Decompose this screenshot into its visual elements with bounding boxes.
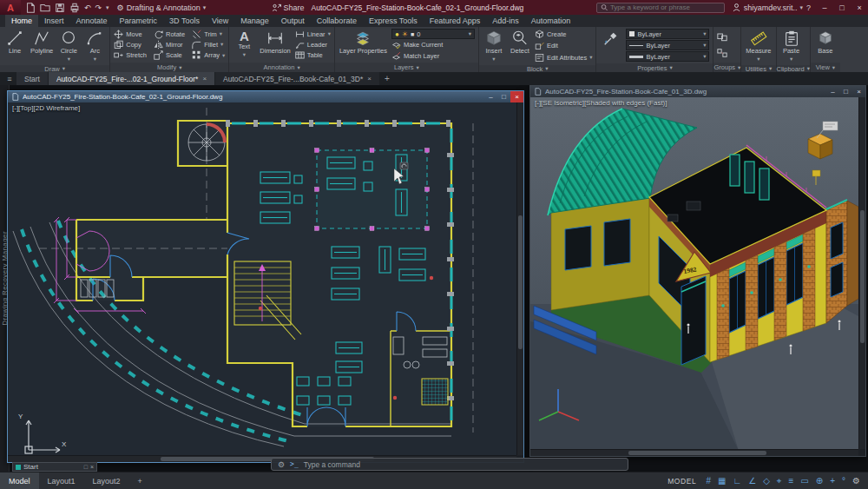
edit-block-button[interactable]: Edit (535, 41, 593, 50)
file-tab-3d[interactable]: AutoCAD-FY25_Fire-...Book-Cafe_01_3D*× (215, 72, 379, 85)
match-properties-button[interactable] (600, 29, 622, 62)
layout-tab-layout2[interactable]: Layout2 (84, 472, 129, 489)
edit-attributes-dropdown-icon[interactable]: ▾ (589, 54, 592, 61)
layers-panel-footer[interactable]: Layers▾ (335, 63, 478, 72)
paste-dropdown-icon[interactable]: ▾ (790, 56, 792, 63)
ribbon-tab-collaborate[interactable]: Collaborate (311, 15, 363, 27)
array-dropdown-icon[interactable]: ▾ (222, 52, 225, 59)
move-button[interactable]: Move (114, 30, 147, 39)
lineweight-icon[interactable]: ≡ (789, 476, 794, 486)
customization-icon[interactable]: ⚙ (852, 476, 860, 486)
search-input[interactable] (610, 3, 720, 11)
linear-dropdown-icon[interactable]: ▾ (328, 30, 331, 37)
redo-icon[interactable]: ↷ (95, 3, 102, 12)
brick-pillar[interactable] (803, 228, 815, 331)
dynamic-input-icon[interactable]: + (830, 476, 835, 486)
close-tab-icon[interactable]: × (202, 75, 207, 83)
ribbon-tab-parametric[interactable]: Parametric (114, 15, 164, 27)
ungroup-button[interactable] (717, 48, 727, 58)
lineweight-dropdown[interactable]: ByLayer▾ (626, 51, 709, 62)
paste-button[interactable]: Paste ▾ (780, 29, 803, 63)
brick-pillar[interactable] (774, 241, 786, 340)
window-minimize-button[interactable]: – (484, 91, 497, 102)
layout-tab-model[interactable]: Model (0, 472, 39, 489)
circle-button[interactable]: Circle ▾ (57, 29, 80, 63)
ribbon-tab-add-ins[interactable]: Add-ins (486, 15, 525, 27)
corner-tower[interactable] (826, 201, 847, 323)
utilities-panel-footer[interactable]: Utilities▾ (741, 65, 775, 72)
window-maximize-button[interactable]: □ (497, 91, 510, 102)
viewport-controls[interactable]: [-][SE Isometric][Shaded with edges (Fas… (535, 99, 667, 107)
wing-window[interactable] (565, 226, 591, 270)
detect-button[interactable]: Detect (509, 29, 531, 63)
properties-panel-footer[interactable]: Properties▾ (596, 63, 713, 72)
window-maximize-button[interactable]: □ (839, 86, 852, 97)
open-folder-icon[interactable] (40, 3, 50, 13)
workspace-switcher[interactable]: ⚙ Drafting & Annotation ▾ (117, 3, 207, 12)
object-color-dropdown[interactable]: ByLayer▾ (626, 29, 709, 39)
ribbon-tab-view[interactable]: View (206, 15, 234, 27)
command-line[interactable]: ⚙ >_ Type a command (271, 458, 628, 471)
linetype-dropdown[interactable]: ByLayer▾ (626, 40, 709, 50)
groups-panel-footer[interactable]: Groups▾ (713, 63, 740, 72)
viewport-controls[interactable]: [-][Top][2D Wireframe] (12, 104, 80, 112)
clipboard-panel-footer[interactable]: Clipboard▾ (777, 65, 810, 72)
polyline-button[interactable]: Polyline (30, 29, 54, 63)
mirror-button[interactable]: Mirror (154, 40, 185, 50)
brick-pillar[interactable] (717, 268, 729, 360)
app-close-button[interactable]: × (851, 0, 868, 15)
file-tab-start[interactable]: Start (16, 72, 48, 85)
window-ground-floor[interactable]: AutoCAD-FY25_Fire-Station-Book-Cafe_02-1… (7, 90, 524, 463)
new-layout-button[interactable]: + (129, 472, 151, 489)
model-3d-canvas[interactable]: 1982 (530, 97, 858, 451)
match-layer-button[interactable]: Match Layer (391, 51, 475, 61)
annotation-panel-footer[interactable]: Annotation▾ (229, 63, 334, 72)
ribbon-tab-annotate[interactable]: Annotate (70, 15, 114, 27)
spiral-stair[interactable] (188, 124, 225, 161)
app-restore-button[interactable]: □ (833, 0, 851, 15)
object-snap-icon[interactable]: ⌖ (777, 476, 782, 486)
command-input-hint[interactable]: Type a command (304, 460, 360, 469)
undo-icon[interactable]: ↶ (84, 3, 91, 12)
ucs-icon[interactable]: Y X (18, 413, 67, 453)
text-button[interactable]: A Text ▾ (233, 29, 255, 61)
rotate-button[interactable]: Rotate (154, 30, 185, 39)
qat-dropdown-icon[interactable]: ▾ (106, 4, 109, 11)
entrance-door[interactable] (681, 276, 706, 365)
ribbon-tab-home[interactable]: Home (5, 15, 38, 27)
layout-tab-layout1[interactable]: Layout1 (39, 472, 84, 489)
help-button[interactable]: ? (806, 3, 811, 12)
layer-dropdown[interactable]: ● ☀ ■ 0 ▾ (391, 29, 475, 39)
rooftop-unit[interactable] (687, 202, 700, 210)
new-drawing-button[interactable]: + (380, 72, 394, 85)
insert-block-button[interactable]: Insert ▾ (483, 29, 505, 63)
ribbon-tab-insert[interactable]: Insert (38, 15, 70, 27)
dimension-button[interactable]: Dimension (259, 29, 291, 61)
scrollbar-thumb[interactable] (860, 210, 865, 344)
make-current-button[interactable]: Make Current (391, 40, 475, 50)
trim-button[interactable]: Trim▾ (192, 30, 225, 39)
floor-plan-canvas[interactable]: Y X (8, 102, 516, 457)
window-3d-view[interactable]: AutoCAD-FY25_Fire-Station-Book-Cafe_01_3… (529, 85, 866, 457)
transparency-icon[interactable]: ▭ (800, 476, 808, 486)
window-title-bar[interactable]: AutoCAD-FY25_Fire-Station-Book-Cafe_01_3… (530, 86, 865, 97)
layer-properties-button[interactable]: Layer Properties (339, 29, 388, 61)
scrollbar-thumb[interactable] (628, 451, 766, 455)
help-search-box[interactable] (596, 3, 725, 13)
window-close-button[interactable]: × (510, 91, 523, 102)
table-button[interactable]: Table (295, 50, 331, 60)
ribbon-tab-manage[interactable]: Manage (234, 15, 275, 27)
insert-dropdown-icon[interactable]: ▾ (492, 56, 495, 63)
close-window-icon[interactable]: × (90, 464, 94, 470)
units-icon[interactable]: ° (842, 476, 845, 486)
base-view-button[interactable]: Base (814, 29, 837, 61)
isometric-drafting-icon[interactable]: ◇ (763, 476, 770, 486)
draw-panel-footer[interactable]: Draw▾ (0, 65, 109, 72)
fillet-dropdown-icon[interactable]: ▾ (220, 41, 223, 48)
horizontal-scrollbar[interactable] (530, 449, 858, 456)
minimized-start-window[interactable]: Start □ × (12, 462, 97, 472)
plot-icon[interactable] (69, 3, 80, 13)
tower-window[interactable] (831, 222, 843, 259)
circle-dropdown-icon[interactable]: ▾ (68, 56, 70, 63)
fillet-button[interactable]: Fillet▾ (192, 40, 225, 50)
